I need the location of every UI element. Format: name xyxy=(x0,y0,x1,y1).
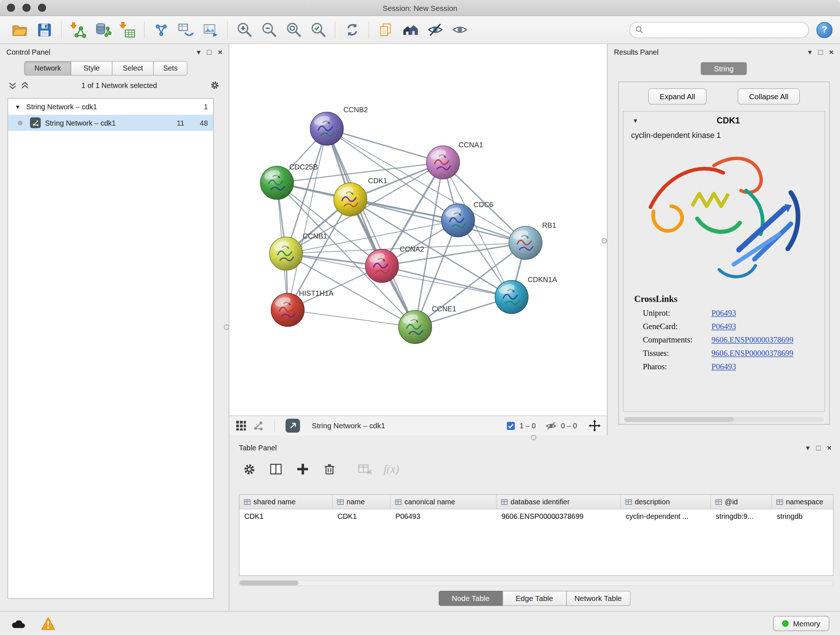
crosslink-link-pharos[interactable]: P06493 xyxy=(712,363,736,371)
column-header-database-identifier[interactable]: database identifier xyxy=(497,495,621,509)
collapse-all-button[interactable]: Collapse All xyxy=(738,88,800,104)
splitter-handle[interactable] xyxy=(602,238,607,244)
save-session-button[interactable] xyxy=(32,18,57,42)
add-column-button[interactable] xyxy=(294,461,310,477)
tab-select[interactable]: Select xyxy=(112,61,154,76)
expand-all-icon[interactable] xyxy=(21,81,29,89)
network-view-canvas[interactable]: CCNB2CCNA1CDC25BCDK1CDC6RB1CCNB1CCNA2CDK… xyxy=(229,44,607,415)
birdseye-view-button[interactable] xyxy=(286,419,300,433)
panel-close-icon[interactable]: × xyxy=(829,48,834,56)
network-node-CCNB1[interactable] xyxy=(270,237,303,271)
network-node-CDC6[interactable] xyxy=(441,204,475,237)
crosslink-link-compartments[interactable]: 9606.ENSP00000378699 xyxy=(712,336,793,345)
network-node-CCNA2[interactable] xyxy=(365,249,399,283)
table-cell[interactable]: CDK1 xyxy=(240,512,333,520)
column-header-description[interactable]: description xyxy=(621,495,711,509)
zoom-selected-button[interactable] xyxy=(306,18,331,42)
column-header-name[interactable]: name xyxy=(333,495,391,509)
panel-float-icon[interactable]: □ xyxy=(207,48,212,56)
tree-expand-icon[interactable]: ▼ xyxy=(13,103,22,110)
network-node-CCNA1[interactable] xyxy=(426,146,460,179)
warning-icon[interactable] xyxy=(41,616,56,630)
network-edge[interactable] xyxy=(327,128,443,162)
zoom-in-button[interactable] xyxy=(232,18,256,42)
crosslink-link-tissues[interactable]: 9606.ENSP00000378699 xyxy=(712,349,793,358)
delete-column-button[interactable] xyxy=(322,461,338,477)
tab-network[interactable]: Network xyxy=(24,61,71,76)
hide-selected-button[interactable] xyxy=(423,18,447,42)
crosslink-link-uniprot[interactable]: P06493 xyxy=(712,309,736,318)
panel-float-icon[interactable]: □ xyxy=(818,48,823,56)
selected-checkbox-icon[interactable] xyxy=(506,421,515,430)
zoom-window-button[interactable] xyxy=(38,4,46,11)
network-node-RB1[interactable] xyxy=(509,226,542,260)
import-table-button[interactable] xyxy=(115,18,140,42)
panel-collapse-icon[interactable]: ▾ xyxy=(806,444,810,451)
minimize-window-button[interactable] xyxy=(22,4,30,11)
column-header-canonical-name[interactable]: canonical name xyxy=(391,495,497,509)
tab-edge-table[interactable]: Edge Table xyxy=(502,591,567,606)
pan-crosshair-icon[interactable] xyxy=(589,420,600,432)
panel-collapse-icon[interactable]: ▾ xyxy=(197,48,201,56)
new-network-button[interactable] xyxy=(149,18,174,42)
refresh-button[interactable] xyxy=(340,18,364,42)
tab-node-table[interactable]: Node Table xyxy=(439,591,503,606)
hidden-eye-slash-icon[interactable] xyxy=(545,420,556,431)
show-all-button[interactable] xyxy=(447,18,472,42)
title-bar[interactable]: Session: New Session xyxy=(0,0,840,16)
table-cell[interactable]: stringdb xyxy=(772,512,834,520)
column-header-shared-name[interactable]: shared name xyxy=(240,495,333,509)
table-row[interactable]: CDK1CDK1P064939606.ENSP00000378699cyclin… xyxy=(240,509,833,524)
tab-sets[interactable]: Sets xyxy=(153,61,188,76)
panel-collapse-icon[interactable]: ▾ xyxy=(808,48,812,56)
network-node-HIST1H1A[interactable] xyxy=(271,293,304,326)
table-horizontal-scrollbar[interactable] xyxy=(239,580,834,586)
share-network-icon[interactable] xyxy=(253,420,264,431)
network-edge[interactable] xyxy=(327,128,415,327)
gear-icon[interactable] xyxy=(210,80,220,91)
table-cell[interactable]: cyclin-dependent ... xyxy=(621,512,711,520)
network-edge[interactable] xyxy=(287,310,415,327)
tab-style[interactable]: Style xyxy=(71,61,112,76)
network-edge[interactable] xyxy=(382,266,512,297)
splitter-handle[interactable] xyxy=(531,435,537,440)
import-network-database-button[interactable] xyxy=(90,18,115,42)
column-header-namespace[interactable]: namespace xyxy=(772,495,834,509)
close-window-button[interactable] xyxy=(7,4,15,11)
panel-float-icon[interactable]: □ xyxy=(816,444,821,451)
search-box[interactable] xyxy=(630,22,809,38)
delete-table-button[interactable] xyxy=(357,461,373,477)
homes-button[interactable] xyxy=(398,18,423,42)
expand-all-button[interactable]: Expand All xyxy=(648,88,706,104)
cloud-icon[interactable] xyxy=(11,617,27,630)
section-collapse-icon[interactable]: ▼ xyxy=(631,117,639,124)
help-button[interactable]: ? xyxy=(816,22,832,38)
import-network-file-button[interactable] xyxy=(66,18,90,42)
function-builder-button[interactable]: f(x) xyxy=(384,462,399,476)
collection-row[interactable]: ▼ String Network – cdk1 1 xyxy=(8,98,213,114)
network-node-CCNB2[interactable] xyxy=(310,112,343,146)
network-from-table-button[interactable] xyxy=(174,18,198,42)
network-edge[interactable] xyxy=(287,128,327,310)
network-node-CDC25B[interactable] xyxy=(261,166,294,200)
table-settings-button[interactable] xyxy=(241,461,257,477)
collapse-all-icon[interactable] xyxy=(9,81,17,89)
table-cell[interactable]: 9606.ENSP00000378699 xyxy=(497,512,621,520)
crosslink-link-genecard[interactable]: P06493 xyxy=(712,322,736,331)
network-node-CDKN1A[interactable] xyxy=(495,280,528,314)
grid-icon[interactable] xyxy=(236,420,247,431)
search-input[interactable] xyxy=(646,26,803,34)
column-header-id[interactable]: @id xyxy=(711,495,772,509)
network-node-CCNE1[interactable] xyxy=(399,310,432,344)
tab-string[interactable]: String xyxy=(701,62,747,75)
table-cell[interactable]: P06493 xyxy=(391,512,497,520)
tab-network-table[interactable]: Network Table xyxy=(566,591,630,606)
network-node-CDK1[interactable] xyxy=(334,183,367,216)
panel-close-icon[interactable]: × xyxy=(218,48,222,56)
copy-document-button[interactable] xyxy=(373,18,398,42)
open-session-button[interactable] xyxy=(8,18,32,42)
export-image-button[interactable] xyxy=(198,18,223,42)
network-row[interactable]: String Network – cdk1 11 48 xyxy=(8,115,213,131)
table-cell[interactable]: stringdb:9... xyxy=(711,512,772,520)
splitter-handle[interactable] xyxy=(224,325,229,330)
